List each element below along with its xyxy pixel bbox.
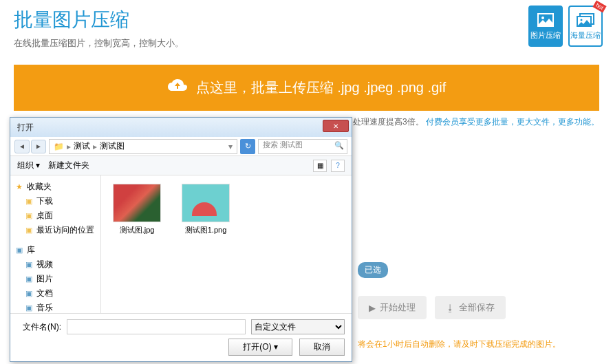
page-title: 批量图片压缩 bbox=[14, 7, 599, 33]
play-icon: ▶ bbox=[369, 303, 376, 313]
breadcrumb-dropdown-icon[interactable]: ▾ bbox=[228, 142, 233, 151]
search-icon: 🔍 bbox=[334, 141, 344, 150]
tree-recent[interactable]: ▣最近访问的位置 bbox=[13, 223, 98, 237]
svg-point-1 bbox=[541, 17, 544, 19]
refresh-button[interactable]: ↻ bbox=[240, 139, 255, 154]
svg-point-4 bbox=[581, 19, 583, 21]
tree-libraries[interactable]: ▣库 bbox=[13, 243, 98, 257]
filetype-select[interactable]: 自定义文件 bbox=[251, 319, 345, 334]
mode-compress-button[interactable]: 图片压缩 bbox=[528, 6, 563, 47]
image-mass-icon bbox=[577, 12, 594, 28]
upload-banner[interactable]: 点这里，批量上传压缩 .jpg .jpeg .png .gif bbox=[14, 65, 599, 111]
document-icon: ▣ bbox=[24, 289, 34, 299]
breadcrumb-part2[interactable]: 测试图 bbox=[100, 140, 125, 152]
dialog-footer: 文件名(N): 自定义文件 打开(O) ▾ 取消 bbox=[10, 313, 352, 361]
file-list: 测试图.jpg 测试图1.png ↖ bbox=[101, 175, 352, 313]
tree-pictures[interactable]: ▣图片 bbox=[13, 272, 98, 286]
page-subtitle: 在线批量压缩图片，控制宽高，控制大小。 bbox=[14, 37, 599, 50]
tree-favorites[interactable]: ★收藏夹 bbox=[13, 180, 98, 194]
view-mode-button[interactable]: ▦ bbox=[313, 160, 327, 172]
selected-badge: 已选 bbox=[358, 262, 388, 278]
file-thumbnail bbox=[113, 184, 161, 222]
upload-banner-text: 点这里，批量上传压缩 .jpg .jpeg .png .gif bbox=[196, 78, 446, 97]
dialog-body: ★收藏夹 ▣下载 ▣桌面 ▣最近访问的位置 ▣库 ▣视频 ▣图片 ▣文档 ▣音乐… bbox=[10, 175, 352, 313]
filename-label: 文件名(N): bbox=[17, 321, 61, 333]
video-icon: ▣ bbox=[24, 260, 34, 270]
info-gray: 处理速度提高3倍。 bbox=[353, 117, 424, 127]
save-all-label: 全部保存 bbox=[459, 301, 495, 314]
recent-icon: ▣ bbox=[24, 226, 34, 235]
desktop-icon: ▣ bbox=[24, 211, 34, 221]
file-name-label: 测试图.jpg bbox=[109, 225, 164, 235]
mode-mass-button[interactable]: hot 海量压缩 bbox=[568, 6, 603, 47]
dialog-title-text: 打开 bbox=[17, 122, 34, 133]
mode-compress-label: 图片压缩 bbox=[530, 30, 561, 41]
filename-input[interactable] bbox=[67, 319, 246, 334]
help-button[interactable]: ? bbox=[331, 160, 345, 172]
breadcrumb-part1[interactable]: 测试 bbox=[74, 140, 90, 152]
breadcrumb[interactable]: 📁 ▸ 测试 ▸ 测试图 ▾ bbox=[49, 139, 237, 154]
close-button[interactable] bbox=[323, 120, 349, 132]
page-header: 批量图片压缩 在线批量压缩图片，控制宽高，控制大小。 bbox=[0, 0, 613, 56]
mode-mass-label: 海量压缩 bbox=[570, 30, 601, 41]
cloud-upload-icon bbox=[167, 78, 188, 97]
file-open-dialog: 打开 ◄ ► 📁 ▸ 测试 ▸ 测试图 ▾ ↻ 搜索 测试图 🔍 组织 ▾ 新建… bbox=[10, 117, 352, 362]
cancel-button[interactable]: 取消 bbox=[299, 339, 345, 356]
tree-desktop[interactable]: ▣桌面 bbox=[13, 208, 98, 223]
open-button[interactable]: 打开(O) ▾ bbox=[228, 339, 292, 356]
library-icon: ▣ bbox=[14, 246, 24, 255]
start-process-button[interactable]: ▶ 开始处理 bbox=[358, 296, 427, 319]
picture-icon: ▣ bbox=[24, 275, 34, 284]
file-item[interactable]: 测试图.jpg bbox=[109, 184, 164, 235]
nav-forward-button[interactable]: ► bbox=[31, 140, 46, 153]
tree-documents[interactable]: ▣文档 bbox=[13, 286, 98, 301]
dialog-toolbar: 组织 ▾ 新建文件夹 ▦ ? bbox=[10, 156, 352, 175]
star-icon: ★ bbox=[14, 182, 24, 192]
file-item[interactable]: 测试图1.png bbox=[178, 184, 233, 235]
action-buttons: ▶ 开始处理 ⭳ 全部保存 bbox=[358, 296, 506, 319]
nav-back-button[interactable]: ◄ bbox=[14, 140, 30, 153]
cursor-icon: ↖ bbox=[317, 310, 325, 313]
music-icon: ▣ bbox=[24, 303, 34, 313]
search-input[interactable]: 搜索 测试图 🔍 bbox=[258, 139, 347, 154]
file-name-label: 测试图1.png bbox=[178, 225, 233, 235]
download-icon: ⭳ bbox=[446, 303, 455, 313]
nav-arrows: ◄ ► bbox=[14, 140, 46, 153]
search-placeholder: 搜索 测试图 bbox=[263, 140, 303, 149]
tree-videos[interactable]: ▣视频 bbox=[13, 257, 98, 272]
tree-music[interactable]: ▣音乐 bbox=[13, 301, 98, 313]
file-thumbnail bbox=[182, 184, 230, 222]
image-compress-icon bbox=[537, 12, 555, 28]
start-label: 开始处理 bbox=[380, 301, 416, 314]
mode-panel: 图片压缩 hot 海量压缩 bbox=[528, 6, 603, 47]
folder-tree: ★收藏夹 ▣下载 ▣桌面 ▣最近访问的位置 ▣库 ▣视频 ▣图片 ▣文档 ▣音乐… bbox=[10, 175, 101, 313]
download-folder-icon: ▣ bbox=[24, 197, 34, 206]
folder-icon: 📁 bbox=[54, 142, 64, 151]
info-link[interactable]: 付费会员享受更多批量，更大文件，更多功能。 bbox=[426, 117, 599, 127]
organize-menu[interactable]: 组织 ▾ bbox=[17, 160, 40, 171]
save-all-button[interactable]: ⭳ 全部保存 bbox=[435, 296, 506, 319]
dialog-nav: ◄ ► 📁 ▸ 测试 ▸ 测试图 ▾ ↻ 搜索 测试图 🔍 bbox=[10, 137, 352, 156]
bottom-note: 将会在1小时后自动删除，请及时下载压缩完成的图片。 bbox=[358, 339, 561, 350]
new-folder-button[interactable]: 新建文件夹 bbox=[48, 160, 89, 171]
dialog-titlebar[interactable]: 打开 bbox=[10, 118, 352, 137]
tree-downloads[interactable]: ▣下载 bbox=[13, 194, 98, 208]
